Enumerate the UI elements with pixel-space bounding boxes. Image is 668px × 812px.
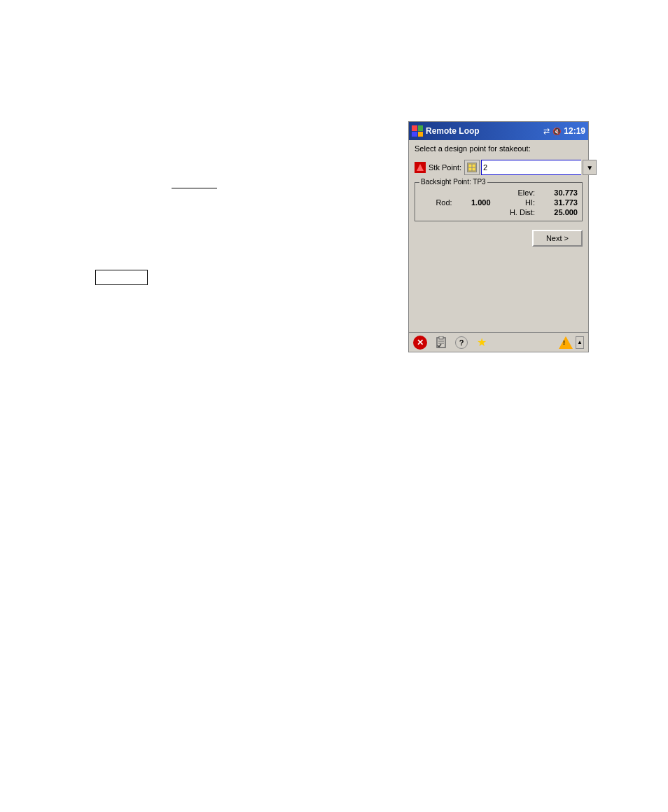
warning-triangle-icon[interactable]: [559, 336, 573, 349]
stk-point-input[interactable]: [481, 160, 581, 175]
backsight-legend: Backsight Point: TP3: [419, 178, 487, 186]
elev-label: Elev:: [494, 188, 535, 197]
backsight-grid: Elev: 30.773 Rod: 1.000 HI: 31.773 H. Di…: [419, 188, 578, 216]
clipboard-icon[interactable]: [434, 336, 448, 350]
toolbar-left: ✕ ? ★: [413, 336, 489, 350]
rod-value: 1.000: [455, 198, 491, 207]
point-input-wrapper: ▼: [464, 160, 597, 175]
svg-rect-4: [439, 336, 443, 339]
next-btn-row: Next >: [415, 230, 583, 247]
close-button[interactable]: ✕: [413, 336, 427, 350]
scroll-up-button[interactable]: ▲: [576, 336, 584, 349]
stk-point-label: Stk Point:: [429, 163, 461, 172]
title-bar: Remote Loop ⇄ 🔇 12:19: [409, 122, 588, 140]
rect-box-decoration: [95, 270, 148, 285]
stk-point-icon: [415, 162, 426, 173]
hi-value: 31.773: [538, 198, 578, 207]
content-area: Select a design point for stakeout: Stk …: [409, 140, 588, 332]
hdist-value: 25.000: [538, 208, 578, 216]
bottom-toolbar: ✕ ? ★ ▲: [409, 332, 588, 352]
instruction-text: Select a design point for stakeout:: [415, 144, 583, 153]
hi-label: HI:: [494, 198, 535, 207]
stk-point-row: Stk Point: ▼: [415, 160, 583, 175]
title-bar-right: ⇄ 🔇 12:19: [543, 126, 585, 136]
help-icon[interactable]: ?: [455, 336, 468, 349]
backsight-panel: Backsight Point: TP3 Elev: 30.773 Rod: 1…: [415, 182, 583, 221]
clock-time: 12:19: [564, 126, 585, 136]
title-bar-left: Remote Loop: [412, 125, 480, 137]
favorites-icon[interactable]: ★: [475, 336, 489, 350]
underline-decoration: [172, 188, 217, 188]
toolbar-right: ▲: [559, 336, 584, 349]
stk-point-dropdown[interactable]: ▼: [583, 160, 597, 175]
app-title: Remote Loop: [426, 126, 480, 136]
hdist-label: H. Dist:: [494, 208, 535, 216]
point-picker-icon: [467, 163, 477, 172]
rod-label: Rod:: [419, 198, 452, 207]
device-window: Remote Loop ⇄ 🔇 12:19 Select a design po…: [408, 121, 589, 352]
elev-value: 30.773: [538, 188, 578, 197]
point-picker-button[interactable]: [464, 160, 480, 175]
signal-icon: ⇄: [543, 127, 550, 136]
next-button[interactable]: Next >: [532, 230, 583, 247]
windows-logo-icon: [412, 125, 423, 137]
volume-icon: 🔇: [552, 128, 561, 135]
